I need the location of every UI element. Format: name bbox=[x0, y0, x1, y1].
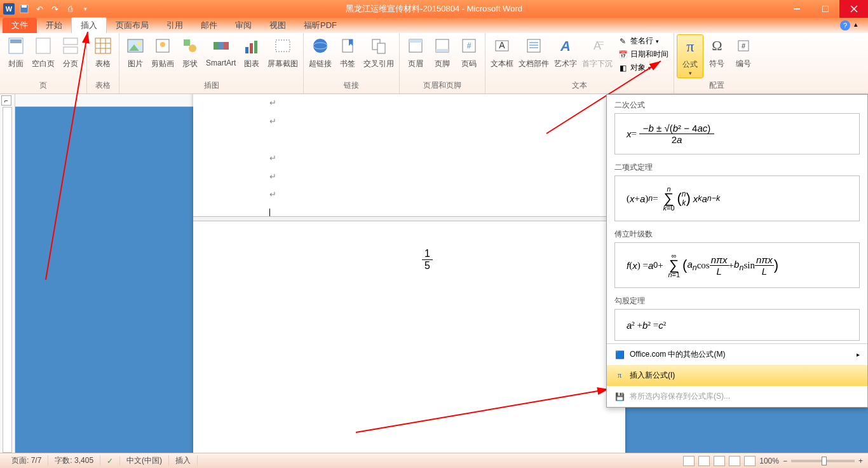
header-button[interactable]: 页眉 bbox=[402, 34, 429, 71]
tab-insert[interactable]: 插入 bbox=[71, 17, 107, 33]
equation-quadratic-preview: x = −b ± √(b² − 4ac) 2a bbox=[614, 113, 860, 155]
svg-text:#: # bbox=[742, 42, 746, 50]
clipart-button[interactable]: 剪贴画 bbox=[149, 34, 177, 71]
svg-rect-9 bbox=[95, 38, 111, 53]
group-illustrations-label: 插图 bbox=[122, 80, 301, 92]
datetime-button[interactable]: 📅日期和时间 bbox=[615, 48, 671, 61]
bookmark-button[interactable]: 书签 bbox=[334, 34, 361, 71]
textbox-label: 文本框 bbox=[491, 59, 513, 69]
crossref-button[interactable]: 交叉引用 bbox=[361, 34, 397, 71]
equation-quadratic[interactable]: 二次公式 x = −b ± √(b² − 4ac) 2a bbox=[607, 95, 867, 157]
minimize-button[interactable] bbox=[782, 0, 811, 18]
svg-rect-26 bbox=[254, 41, 257, 53]
tab-view[interactable]: 视图 bbox=[261, 18, 295, 33]
equation-binomial-preview: (x + a)n = n∑k=0 (nk) xkan−k bbox=[614, 176, 860, 221]
equation-pythagorean-preview: a² + b² = c² bbox=[614, 309, 860, 341]
footer-button[interactable]: 页脚 bbox=[429, 34, 456, 71]
group-links: 超链接 书签 交叉引用 链接 bbox=[304, 33, 400, 93]
tab-mail[interactable]: 邮件 bbox=[192, 18, 226, 33]
undo-button[interactable]: ↶ bbox=[33, 3, 46, 15]
number-button[interactable]: #编号 bbox=[730, 34, 757, 71]
view-web[interactable] bbox=[714, 456, 725, 466]
signature-button[interactable]: ✎签名行▾ bbox=[615, 34, 671, 48]
vertical-ruler[interactable]: ⌐ bbox=[0, 94, 15, 453]
wordart-button[interactable]: A艺术字 bbox=[552, 34, 580, 71]
tab-review[interactable]: 审阅 bbox=[226, 18, 261, 33]
fraction-numerator: 1 bbox=[422, 248, 433, 260]
group-links-label: 链接 bbox=[306, 80, 397, 92]
table-button[interactable]: 表格 bbox=[90, 34, 116, 71]
paragraph-mark: ↵ bbox=[269, 113, 549, 131]
pagenum-label: 页码 bbox=[461, 59, 477, 69]
status-language[interactable]: 中文(中国) bbox=[120, 455, 169, 466]
collapse-ribbon-button[interactable]: ▴ bbox=[854, 20, 864, 31]
dropcap-button[interactable]: A首字下沉 bbox=[580, 34, 615, 71]
zoom-slider[interactable] bbox=[791, 460, 855, 462]
signature-label: 签名行 bbox=[630, 36, 653, 46]
word-app-icon[interactable]: W bbox=[3, 3, 15, 15]
view-draft[interactable] bbox=[744, 456, 756, 466]
blank-page-button[interactable]: 空白页 bbox=[29, 34, 57, 71]
view-fullscreen[interactable] bbox=[698, 456, 710, 466]
hyperlink-button[interactable]: 超链接 bbox=[306, 34, 334, 71]
qat-customize-button[interactable]: ▾ bbox=[79, 3, 92, 15]
fraction-denominator: 5 bbox=[424, 260, 430, 272]
screenshot-button[interactable]: 屏幕截图 bbox=[265, 34, 301, 71]
status-page[interactable]: 页面: 7/7 bbox=[5, 455, 48, 466]
tab-layout[interactable]: 页面布局 bbox=[107, 18, 158, 33]
tab-foxit[interactable]: 福昕PDF bbox=[295, 18, 346, 33]
picture-button[interactable]: 图片 bbox=[122, 34, 149, 71]
textbox-button[interactable]: A文本框 bbox=[488, 34, 516, 71]
save-button[interactable] bbox=[18, 3, 31, 15]
wordart-label: 艺术字 bbox=[554, 59, 577, 69]
view-outline[interactable] bbox=[729, 456, 740, 466]
svg-rect-6 bbox=[36, 38, 50, 53]
document-page[interactable]: ↵ ↵ ↵ ↵ ↵ 1 5 bbox=[193, 94, 625, 453]
status-spellcheck[interactable]: ✓ bbox=[100, 457, 120, 465]
clipart-label: 剪贴画 bbox=[151, 59, 174, 69]
quickparts-label: 文档部件 bbox=[519, 59, 549, 69]
insert-new-equation[interactable]: π 插入新公式(I) bbox=[607, 365, 867, 386]
group-tables: 表格 表格 bbox=[87, 33, 119, 93]
zoom-out-button[interactable]: − bbox=[783, 457, 787, 465]
equation-fraction[interactable]: 1 5 bbox=[422, 248, 433, 272]
redo-button[interactable]: ↷ bbox=[48, 3, 61, 15]
status-words[interactable]: 字数: 3,405 bbox=[48, 455, 100, 466]
close-button[interactable] bbox=[839, 0, 868, 18]
status-mode[interactable]: 插入 bbox=[169, 455, 198, 466]
pagenum-button[interactable]: #页码 bbox=[456, 34, 482, 71]
zoom-in-button[interactable]: + bbox=[858, 457, 863, 465]
tab-home[interactable]: 开始 bbox=[37, 18, 71, 33]
chart-button[interactable]: 图表 bbox=[238, 34, 265, 71]
help-button[interactable]: ? bbox=[840, 20, 850, 31]
datetime-label: 日期和时间 bbox=[630, 49, 668, 60]
quickprint-button[interactable]: ⎙ bbox=[64, 3, 76, 15]
quickparts-button[interactable]: 文档部件 bbox=[516, 34, 552, 71]
view-print-layout[interactable] bbox=[683, 456, 695, 466]
group-tables-label: 表格 bbox=[90, 80, 116, 92]
shapes-button[interactable]: 形状 bbox=[177, 34, 203, 71]
object-button[interactable]: ◧对象▾ bbox=[615, 61, 671, 74]
tab-selector[interactable]: ⌐ bbox=[1, 95, 11, 106]
svg-text:A: A bbox=[593, 39, 601, 52]
equation-button[interactable]: π公式▾ bbox=[677, 34, 703, 78]
hyperlink-label: 超链接 bbox=[309, 59, 332, 69]
equation-pythagorean[interactable]: 勾股定理 a² + b² = c² bbox=[607, 291, 867, 343]
group-symbols: π公式▾ Ω符号 #编号 配置 bbox=[674, 33, 759, 93]
office-more-equations[interactable]: 🟦 Office.com 中的其他公式(M) ▸ bbox=[607, 344, 867, 365]
smartart-button[interactable]: SmartArt bbox=[203, 34, 238, 69]
maximize-button[interactable] bbox=[811, 0, 839, 18]
zoom-percent[interactable]: 100% bbox=[759, 457, 779, 465]
symbol-button[interactable]: Ω符号 bbox=[703, 34, 730, 71]
tab-references[interactable]: 引用 bbox=[158, 18, 192, 33]
equation-fourier[interactable]: 傅立叶级数 f(x) = a0 + ∞∑n=1 (an cos nπxL + b… bbox=[607, 224, 867, 291]
svg-text:#: # bbox=[467, 41, 471, 50]
group-header-footer-label: 页眉和页脚 bbox=[402, 80, 482, 92]
footer-label: 页脚 bbox=[435, 59, 450, 69]
equation-fourier-preview: f(x) = a0 + ∞∑n=1 (an cos nπxL + bn sin … bbox=[614, 242, 860, 288]
page-break-button[interactable]: 分页 bbox=[57, 34, 84, 71]
cover-page-button[interactable]: 封面 bbox=[3, 34, 29, 71]
equation-label: 公式 bbox=[682, 59, 698, 70]
tab-file[interactable]: 文件 bbox=[3, 18, 37, 33]
equation-binomial[interactable]: 二项式定理 (x + a)n = n∑k=0 (nk) xkan−k bbox=[607, 157, 867, 224]
